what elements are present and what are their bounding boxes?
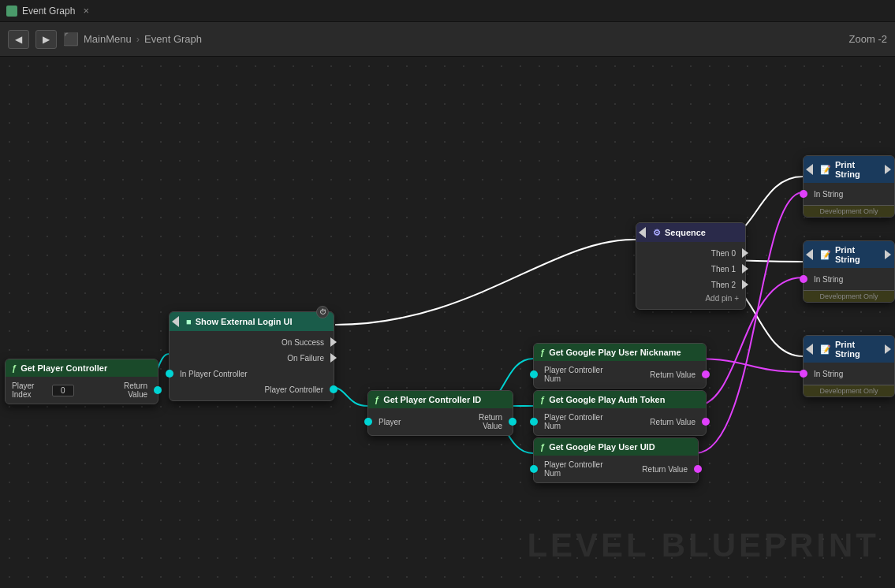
pin-row-pcnum: Player Controller Num Return Value — [534, 364, 706, 385]
node-show-external-login[interactable]: ■ Show External Login UI ⏱ On Success On… — [169, 311, 334, 401]
pin-row-on-failure: On Failure — [170, 350, 334, 366]
node-icon: 📝 — [820, 250, 831, 260]
pin-label-then0: Then 0 — [636, 249, 742, 258]
pin-row-in-string: In String — [804, 366, 894, 381]
node-icon: ■ — [186, 317, 192, 326]
dev-only-badge: Development Only — [804, 205, 894, 217]
node-header: ƒ Get Player Controller — [6, 359, 158, 377]
pin-on-success[interactable] — [330, 337, 337, 347]
pin-in-string[interactable] — [800, 275, 807, 283]
pin-row-player-controller-out: Player Controller — [170, 381, 334, 397]
node-print-string-3[interactable]: 📝 Print String In String Development Onl… — [803, 335, 895, 397]
back-button[interactable]: ◀ — [8, 30, 29, 49]
add-pin-label[interactable]: Add pin + — [705, 294, 739, 303]
pin-return-value[interactable] — [702, 370, 710, 378]
pin-label-in-string: In String — [807, 190, 894, 199]
breadcrumb-root[interactable]: MainMenu — [84, 33, 132, 45]
pin-row-pcnum: Player Controller Num Return Value — [534, 459, 698, 479]
node-get-player-controller-id[interactable]: ƒ Get Player Controller ID Player Return… — [367, 390, 513, 436]
node-body: Player Return Value — [368, 408, 513, 435]
node-title: Print String — [835, 245, 881, 264]
exec-out-pin[interactable] — [885, 165, 891, 174]
pin-label-pcnum: Player Controller Num — [538, 366, 620, 383]
exec-in-pin[interactable] — [806, 344, 813, 355]
pin-on-failure[interactable] — [330, 353, 337, 363]
node-get-google-play-auth[interactable]: ƒ Get Google Play Auth Token Player Cont… — [533, 390, 707, 436]
clock-icon: ⏱ — [316, 306, 329, 318]
add-pin-row[interactable]: Add pin + — [636, 292, 745, 306]
node-title: Get Player Controller ID — [383, 395, 481, 404]
node-print-string-2[interactable]: 📝 Print String In String Development Onl… — [803, 240, 895, 303]
pin-in-player-controller[interactable] — [166, 370, 173, 378]
node-body: In String — [804, 268, 894, 290]
node-header: ⚙ Sequence — [636, 223, 745, 242]
exec-out-pin[interactable] — [885, 344, 891, 354]
node-icon: ƒ — [540, 348, 545, 357]
node-print-string-1[interactable]: 📝 Print String In String Development Onl… — [803, 155, 895, 218]
pin-label-pcnum: Player Controller Num — [538, 413, 620, 430]
player-index-input[interactable] — [52, 385, 74, 396]
node-title: Get Google Play User Nickname — [549, 348, 681, 357]
titlebar: Event Graph × — [0, 0, 895, 22]
exec-in-pin[interactable] — [639, 227, 646, 238]
node-title: Print String — [835, 160, 881, 179]
blueprint-icon: ⬛ — [63, 32, 79, 47]
exec-out-pin[interactable] — [885, 250, 891, 259]
pin-label-player-index: Player Index — [6, 381, 52, 399]
pin-return-value[interactable] — [694, 465, 702, 473]
pin-pcnum-in[interactable] — [530, 465, 538, 473]
pin-label-return: Return Value — [459, 413, 509, 430]
node-header: ƒ Get Google Play Auth Token — [534, 391, 706, 408]
pin-label-on-failure: On Failure — [170, 354, 330, 363]
pin-then1[interactable] — [742, 264, 748, 274]
pin-in-string[interactable] — [800, 190, 807, 198]
pin-return-value[interactable] — [154, 386, 162, 394]
node-get-google-play-uid[interactable]: ƒ Get Google Play User UID Player Contro… — [533, 437, 699, 483]
forward-button[interactable]: ▶ — [35, 30, 57, 49]
node-header: ƒ Get Google Play User UID — [534, 438, 698, 456]
node-icon: 📝 — [820, 344, 831, 355]
node-title: Sequence — [665, 228, 706, 237]
pin-label-return: Return Value — [620, 418, 702, 426]
pin-pcnum-in[interactable] — [530, 418, 538, 426]
blueprint-canvas[interactable]: ƒ Get Player Controller Player Index Ret… — [0, 57, 895, 588]
node-icon: 📝 — [820, 165, 831, 175]
pin-label-in-player-controller: In Player Controller — [173, 370, 334, 378]
exec-in-pin[interactable] — [806, 164, 813, 175]
node-get-player-controller[interactable]: ƒ Get Player Controller Player Index Ret… — [5, 359, 158, 404]
node-sequence[interactable]: ⚙ Sequence Then 0 Then 1 Then 2 Add pin … — [636, 222, 746, 310]
exec-in-pin[interactable] — [172, 316, 179, 327]
exec-in-pin[interactable] — [806, 249, 813, 260]
dev-only-badge: Development Only — [804, 290, 894, 302]
pin-row-then2: Then 2 — [636, 277, 745, 292]
pin-then2[interactable] — [742, 280, 748, 289]
node-get-google-play-nickname[interactable]: ƒ Get Google Play User Nickname Player C… — [533, 343, 707, 389]
pin-row-then0: Then 0 — [636, 245, 745, 261]
connections-overlay — [0, 57, 895, 588]
node-body: In String — [804, 183, 894, 205]
pin-row-in-player-controller: In Player Controller — [170, 366, 334, 381]
pin-pcnum-in[interactable] — [530, 370, 538, 378]
pin-row-in-string: In String — [804, 186, 894, 202]
close-button[interactable]: × — [83, 5, 89, 17]
node-body: On Success On Failure In Player Controll… — [170, 331, 334, 400]
pin-player-in[interactable] — [364, 418, 372, 426]
pin-in-string[interactable] — [800, 370, 807, 378]
node-icon: ƒ — [540, 395, 545, 404]
pin-return-value[interactable] — [509, 418, 516, 426]
pin-then0[interactable] — [742, 248, 748, 258]
pin-label-player-controller-out: Player Controller — [170, 385, 330, 394]
breadcrumb-current: Event Graph — [144, 33, 202, 45]
node-header: ƒ Get Player Controller ID — [368, 391, 513, 408]
node-title: Get Google Play User UID — [549, 442, 654, 452]
node-icon: ƒ — [375, 395, 379, 404]
pin-label-then1: Then 1 — [636, 265, 742, 274]
pin-row-on-success: On Success — [170, 334, 334, 350]
node-icon: ƒ — [540, 442, 545, 452]
pin-label-return: Return Value — [620, 370, 702, 379]
pin-player-controller-out[interactable] — [330, 385, 337, 393]
pin-label-in-string: In String — [807, 275, 894, 284]
node-header: ƒ Get Google Play User Nickname — [534, 344, 706, 361]
node-body: Then 0 Then 1 Then 2 Add pin + — [636, 242, 745, 309]
pin-return-value[interactable] — [702, 418, 710, 426]
